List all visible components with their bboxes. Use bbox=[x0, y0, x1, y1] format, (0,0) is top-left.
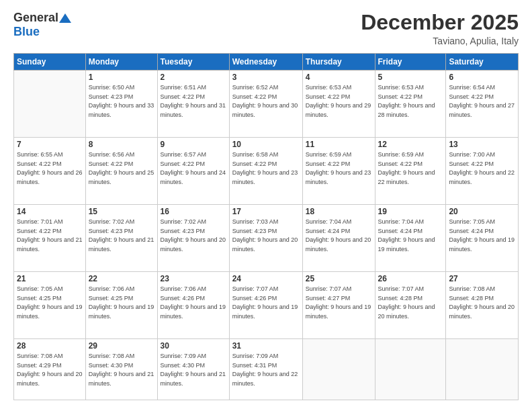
table-row: 13 Sunrise: 7:00 AMSunset: 4:22 PMDaylig… bbox=[446, 138, 519, 205]
day-info: Sunrise: 7:08 AMSunset: 4:29 PMDaylight:… bbox=[17, 353, 83, 387]
day-info: Sunrise: 7:02 AMSunset: 4:23 PMDaylight:… bbox=[161, 218, 226, 253]
table-row: 5 Sunrise: 6:53 AMSunset: 4:22 PMDayligh… bbox=[375, 71, 446, 138]
day-number: 15 bbox=[89, 207, 154, 216]
logo-general-text: General bbox=[13, 11, 58, 25]
day-info: Sunrise: 6:56 AMSunset: 4:22 PMDaylight:… bbox=[89, 151, 154, 185]
day-number: 21 bbox=[17, 274, 83, 283]
table-row: 1 Sunrise: 6:50 AMSunset: 4:23 PMDayligh… bbox=[85, 71, 157, 138]
table-row: 11 Sunrise: 6:59 AMSunset: 4:22 PMDaylig… bbox=[302, 138, 375, 205]
day-info: Sunrise: 7:04 AMSunset: 4:24 PMDaylight:… bbox=[378, 218, 435, 253]
table-row: 10 Sunrise: 6:58 AMSunset: 4:22 PMDaylig… bbox=[229, 138, 302, 205]
table-row: 28 Sunrise: 7:08 AMSunset: 4:29 PMDaylig… bbox=[14, 339, 86, 400]
logo-icon bbox=[59, 13, 71, 23]
day-number: 12 bbox=[378, 140, 443, 149]
header-sunday: Sunday bbox=[14, 54, 86, 71]
table-row bbox=[375, 339, 446, 400]
table-row: 25 Sunrise: 7:07 AMSunset: 4:27 PMDaylig… bbox=[302, 272, 375, 339]
day-info: Sunrise: 7:07 AMSunset: 4:28 PMDaylight:… bbox=[378, 285, 435, 320]
table-row: 8 Sunrise: 6:56 AMSunset: 4:22 PMDayligh… bbox=[85, 138, 157, 205]
table-row: 30 Sunrise: 7:09 AMSunset: 4:30 PMDaylig… bbox=[157, 339, 229, 400]
header-tuesday: Tuesday bbox=[157, 54, 229, 71]
header-monday: Monday bbox=[85, 54, 157, 71]
day-number: 8 bbox=[89, 140, 154, 149]
day-info: Sunrise: 6:53 AMSunset: 4:22 PMDaylight:… bbox=[378, 84, 435, 118]
table-row: 29 Sunrise: 7:08 AMSunset: 4:30 PMDaylig… bbox=[85, 339, 157, 400]
month-title: December 2025 bbox=[361, 11, 519, 34]
table-row: 3 Sunrise: 6:52 AMSunset: 4:22 PMDayligh… bbox=[229, 71, 302, 138]
day-number: 11 bbox=[306, 140, 372, 149]
day-info: Sunrise: 7:01 AMSunset: 4:22 PMDaylight:… bbox=[17, 218, 83, 253]
day-info: Sunrise: 6:59 AMSunset: 4:22 PMDaylight:… bbox=[306, 151, 371, 185]
table-row: 6 Sunrise: 6:54 AMSunset: 4:22 PMDayligh… bbox=[446, 71, 519, 138]
calendar-table: Sunday Monday Tuesday Wednesday Thursday… bbox=[13, 53, 519, 400]
table-row bbox=[302, 339, 375, 400]
table-row: 24 Sunrise: 7:07 AMSunset: 4:26 PMDaylig… bbox=[229, 272, 302, 339]
day-number: 26 bbox=[378, 274, 443, 283]
day-info: Sunrise: 6:55 AMSunset: 4:22 PMDaylight:… bbox=[17, 151, 83, 185]
day-number: 17 bbox=[232, 207, 300, 216]
table-row: 2 Sunrise: 6:51 AMSunset: 4:22 PMDayligh… bbox=[157, 71, 229, 138]
day-number: 16 bbox=[161, 207, 226, 216]
day-number: 14 bbox=[17, 207, 83, 216]
day-info: Sunrise: 7:02 AMSunset: 4:23 PMDaylight:… bbox=[89, 218, 154, 253]
table-row: 16 Sunrise: 7:02 AMSunset: 4:23 PMDaylig… bbox=[157, 205, 229, 272]
day-info: Sunrise: 7:06 AMSunset: 4:25 PMDaylight:… bbox=[89, 285, 154, 320]
day-info: Sunrise: 7:05 AMSunset: 4:25 PMDaylight:… bbox=[17, 285, 83, 320]
day-info: Sunrise: 7:08 AMSunset: 4:30 PMDaylight:… bbox=[89, 353, 154, 387]
day-info: Sunrise: 6:51 AMSunset: 4:22 PMDaylight:… bbox=[161, 84, 226, 118]
table-row: 21 Sunrise: 7:05 AMSunset: 4:25 PMDaylig… bbox=[14, 272, 86, 339]
header-thursday: Thursday bbox=[302, 54, 375, 71]
table-row: 26 Sunrise: 7:07 AMSunset: 4:28 PMDaylig… bbox=[375, 272, 446, 339]
day-number: 19 bbox=[378, 207, 443, 216]
table-row: 17 Sunrise: 7:03 AMSunset: 4:23 PMDaylig… bbox=[229, 205, 302, 272]
table-row: 7 Sunrise: 6:55 AMSunset: 4:22 PMDayligh… bbox=[14, 138, 86, 205]
day-number: 7 bbox=[17, 140, 83, 149]
location-subtitle: Taviano, Apulia, Italy bbox=[361, 36, 519, 46]
title-block: December 2025 Taviano, Apulia, Italy bbox=[361, 11, 519, 46]
day-info: Sunrise: 7:07 AMSunset: 4:27 PMDaylight:… bbox=[306, 285, 371, 320]
day-info: Sunrise: 6:54 AMSunset: 4:22 PMDaylight:… bbox=[449, 84, 515, 118]
day-info: Sunrise: 7:08 AMSunset: 4:28 PMDaylight:… bbox=[449, 285, 515, 320]
day-number: 13 bbox=[449, 140, 515, 149]
calendar-page: General Blue December 2025 Taviano, Apul… bbox=[0, 0, 532, 411]
day-number: 28 bbox=[17, 341, 83, 351]
day-info: Sunrise: 7:09 AMSunset: 4:30 PMDaylight:… bbox=[161, 353, 226, 387]
day-number: 27 bbox=[449, 274, 515, 283]
day-info: Sunrise: 6:58 AMSunset: 4:22 PMDaylight:… bbox=[232, 151, 298, 185]
day-info: Sunrise: 6:57 AMSunset: 4:22 PMDaylight:… bbox=[161, 151, 226, 185]
table-row: 18 Sunrise: 7:04 AMSunset: 4:24 PMDaylig… bbox=[302, 205, 375, 272]
day-info: Sunrise: 6:59 AMSunset: 4:22 PMDaylight:… bbox=[378, 151, 435, 185]
day-info: Sunrise: 6:52 AMSunset: 4:22 PMDaylight:… bbox=[232, 84, 298, 118]
day-info: Sunrise: 7:05 AMSunset: 4:24 PMDaylight:… bbox=[449, 218, 515, 253]
day-info: Sunrise: 7:06 AMSunset: 4:26 PMDaylight:… bbox=[161, 285, 226, 320]
day-info: Sunrise: 7:00 AMSunset: 4:22 PMDaylight:… bbox=[449, 151, 515, 185]
day-number: 2 bbox=[161, 73, 226, 82]
day-number: 4 bbox=[306, 73, 372, 82]
day-number: 23 bbox=[161, 274, 226, 283]
header-saturday: Saturday bbox=[446, 54, 519, 71]
day-number: 31 bbox=[232, 341, 300, 351]
day-info: Sunrise: 6:50 AMSunset: 4:23 PMDaylight:… bbox=[89, 84, 154, 118]
header-friday: Friday bbox=[375, 54, 446, 71]
day-number: 9 bbox=[161, 140, 226, 149]
day-number: 24 bbox=[232, 274, 300, 283]
table-row: 22 Sunrise: 7:06 AMSunset: 4:25 PMDaylig… bbox=[85, 272, 157, 339]
day-number: 18 bbox=[306, 207, 372, 216]
day-info: Sunrise: 6:53 AMSunset: 4:22 PMDaylight:… bbox=[306, 84, 371, 118]
day-info: Sunrise: 7:03 AMSunset: 4:23 PMDaylight:… bbox=[232, 218, 298, 253]
day-info: Sunrise: 7:07 AMSunset: 4:26 PMDaylight:… bbox=[232, 285, 298, 320]
day-info: Sunrise: 7:09 AMSunset: 4:31 PMDaylight:… bbox=[232, 353, 298, 387]
header: General Blue December 2025 Taviano, Apul… bbox=[13, 11, 519, 46]
day-number: 20 bbox=[449, 207, 515, 216]
day-number: 6 bbox=[449, 73, 515, 82]
day-number: 5 bbox=[378, 73, 443, 82]
table-row: 20 Sunrise: 7:05 AMSunset: 4:24 PMDaylig… bbox=[446, 205, 519, 272]
logo-blue-text: Blue bbox=[13, 25, 40, 39]
table-row bbox=[446, 339, 519, 400]
table-row: 12 Sunrise: 6:59 AMSunset: 4:22 PMDaylig… bbox=[375, 138, 446, 205]
header-wednesday: Wednesday bbox=[229, 54, 302, 71]
logo: General Blue bbox=[13, 11, 72, 39]
table-row: 14 Sunrise: 7:01 AMSunset: 4:22 PMDaylig… bbox=[14, 205, 86, 272]
table-row: 4 Sunrise: 6:53 AMSunset: 4:22 PMDayligh… bbox=[302, 71, 375, 138]
table-row: 9 Sunrise: 6:57 AMSunset: 4:22 PMDayligh… bbox=[157, 138, 229, 205]
